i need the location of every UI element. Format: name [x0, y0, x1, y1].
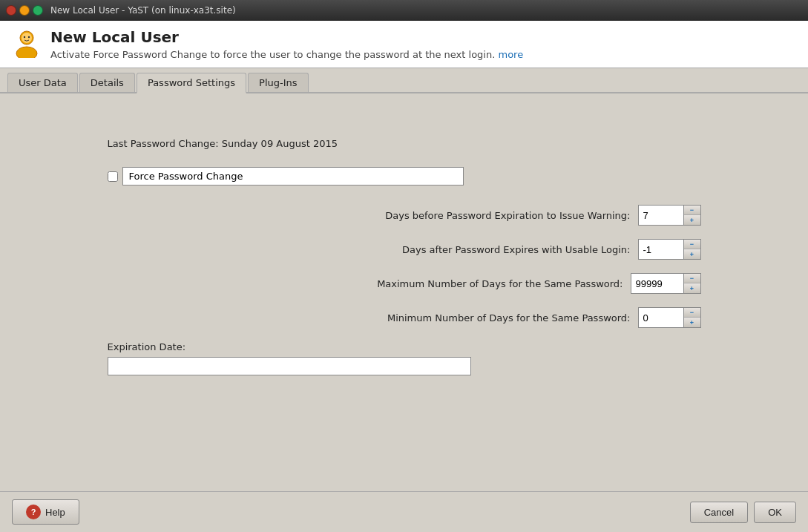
tab-plug-ins[interactable]: Plug-Ins [248, 73, 308, 92]
days-after-expires-usable-row: Days after Password Expires with Usable … [108, 239, 701, 260]
avatar [12, 28, 42, 60]
svg-point-4 [28, 36, 30, 38]
footer-left: ? Help [12, 499, 79, 525]
days-after-expires-usable-decrement[interactable]: − [684, 240, 700, 249]
min-days-same-password-row: Minimum Number of Days for the Same Pass… [108, 307, 701, 328]
max-days-same-password-label: Maximum Number of Days for the Same Pass… [108, 278, 631, 289]
titlebar-buttons [6, 5, 43, 16]
maximize-button[interactable] [33, 5, 43, 16]
form-area: Last Password Change: Sunday 09 August 2… [108, 138, 701, 375]
svg-point-1 [16, 47, 37, 58]
content-area: Last Password Change: Sunday 09 August 2… [0, 93, 808, 491]
cancel-button[interactable]: Cancel [690, 502, 748, 523]
max-days-same-password-decrement[interactable]: − [684, 274, 700, 283]
window-title: New Local User - YaST (on linux-xa3t.sit… [50, 5, 236, 16]
force-password-change-checkbox[interactable] [108, 171, 118, 182]
svg-point-2 [22, 33, 32, 43]
tabs-bar: User Data Details Password Settings Plug… [0, 68, 808, 93]
days-before-expiration-warning-input[interactable] [639, 206, 683, 225]
tab-user-data[interactable]: User Data [7, 73, 78, 92]
help-icon: ? [26, 505, 41, 519]
close-button[interactable] [6, 5, 16, 16]
min-days-same-password-spinner: − + [638, 307, 701, 328]
max-days-same-password-increment[interactable]: + [684, 283, 700, 293]
max-days-same-password-row: Maximum Number of Days for the Same Pass… [108, 273, 701, 294]
tab-password-settings[interactable]: Password Settings [137, 73, 246, 93]
days-before-expiration-warning-decrement[interactable]: − [684, 206, 700, 215]
minimize-button[interactable] [19, 5, 30, 16]
max-days-same-password-input[interactable] [631, 274, 683, 293]
expiration-date-input[interactable] [108, 357, 471, 375]
days-before-expiration-warning-increment[interactable]: + [684, 215, 700, 225]
svg-point-3 [24, 36, 25, 38]
min-days-same-password-input[interactable] [639, 308, 683, 327]
expiration-date-section: Expiration Date: [108, 341, 701, 375]
days-after-expires-usable-spinner: − + [638, 239, 701, 260]
expiration-date-label: Expiration Date: [108, 341, 701, 352]
max-days-same-password-spinner: − + [631, 273, 701, 294]
header-description: Activate Force Password Change to force … [50, 49, 523, 60]
help-button[interactable]: ? Help [12, 499, 79, 525]
main-window: New Local User Activate Force Password C… [0, 21, 808, 532]
header: New Local User Activate Force Password C… [0, 21, 808, 68]
days-before-expiration-warning-spinner: − + [638, 205, 701, 226]
min-days-same-password-decrement[interactable]: − [684, 308, 700, 318]
days-before-expiration-warning-row: Days before Password Expiration to Issue… [108, 205, 701, 226]
footer: ? Help Cancel OK [0, 491, 808, 532]
days-before-expiration-warning-label: Days before Password Expiration to Issue… [108, 210, 638, 221]
force-password-change-row: Force Password Change [108, 167, 701, 185]
last-password-change: Last Password Change: Sunday 09 August 2… [108, 138, 701, 149]
footer-right: Cancel OK [690, 502, 796, 523]
more-link[interactable]: more [499, 49, 524, 60]
days-after-expires-usable-input[interactable] [639, 240, 683, 259]
min-days-same-password-label: Minimum Number of Days for the Same Pass… [108, 312, 638, 324]
force-password-change-label[interactable]: Force Password Change [122, 167, 464, 185]
page-title: New Local User [50, 28, 523, 46]
tab-details[interactable]: Details [79, 73, 135, 92]
header-text: New Local User Activate Force Password C… [50, 28, 523, 60]
titlebar: New Local User - YaST (on linux-xa3t.sit… [0, 0, 808, 21]
ok-button[interactable]: OK [754, 502, 796, 523]
min-days-same-password-increment[interactable]: + [684, 318, 700, 327]
days-after-expires-usable-label: Days after Password Expires with Usable … [108, 244, 638, 255]
days-after-expires-usable-increment[interactable]: + [684, 249, 700, 259]
